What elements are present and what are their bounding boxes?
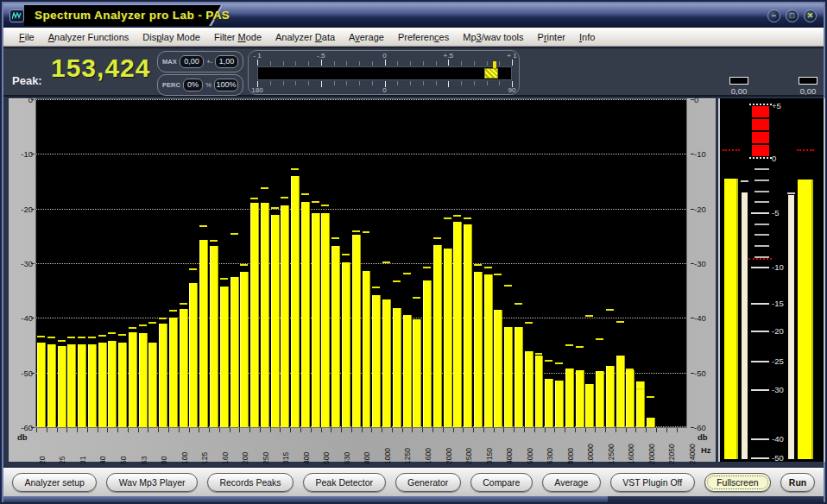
menu-item-display-mode[interactable]: Display Mode [136, 32, 207, 42]
spectrum-bar [291, 99, 300, 427]
frequency-label: 8000 [566, 435, 575, 464]
vu-minor-tick [754, 224, 769, 225]
menu-label-post: erage [360, 32, 384, 42]
maximize-button[interactable]: □ [786, 9, 799, 22]
balance-slider-track[interactable] [257, 66, 512, 80]
slider-tick-top [461, 61, 462, 66]
db-axis-tick [691, 263, 694, 264]
frequency-label: 50 [119, 435, 128, 464]
frequency-label: 63 [140, 435, 148, 464]
spectrum-bar-fill [616, 356, 625, 427]
menu-item-preferences[interactable]: Preferences [391, 32, 456, 42]
peak-panel: Peak: 153,424 MAX 0,00 +- 1,00 PERC 0% %… [3, 47, 824, 97]
peak-hold-dash [403, 273, 411, 274]
peak-hold-dash [250, 198, 258, 199]
spectrum-bar [565, 99, 574, 427]
slider-top-label: - 1 [253, 52, 261, 60]
records-peaks-button[interactable]: Records Peaks [207, 473, 294, 492]
slider-bottom-label: 90 [508, 86, 516, 94]
spectrum-bar-fill [88, 344, 97, 427]
spectrum-bar-fill [169, 318, 178, 427]
db-axis-tick [691, 209, 694, 210]
balance-slider-handle[interactable] [484, 68, 498, 79]
compare-button[interactable]: Compare [470, 473, 533, 492]
spectrum-bar [626, 99, 634, 427]
vu-scale-dash [751, 331, 769, 332]
title-bar[interactable]: Spectrum Analyzer pro Lab - PAS −□✕ [3, 3, 824, 28]
window-footer [3, 496, 824, 504]
close-button[interactable]: ✕ [804, 9, 817, 22]
frequency-label: 1250 [403, 435, 412, 464]
peak-hold-dash [301, 193, 309, 195]
spectrum-bar [636, 99, 645, 427]
spectrum-bar [504, 99, 513, 427]
peak-hold-dash [494, 274, 502, 275]
spectrum-bar [444, 99, 452, 427]
menu-bar: FileAnalyzer FunctionsDisplay ModeFilter… [3, 28, 824, 47]
spectrum-bar [159, 99, 167, 427]
peak-hold-dash [393, 280, 401, 282]
app-icon [9, 9, 24, 22]
peak-hold-dash [474, 264, 482, 266]
menu-item-average[interactable]: Average [342, 32, 391, 42]
spectrum-bar [118, 99, 127, 427]
main-area: 00-10-10-20-20-30-30-40-40-50-50-60-60db… [3, 97, 824, 468]
spectrum-bar [423, 99, 432, 427]
balance-slider-group: - 1-.50+.5+ 1180090 [248, 50, 520, 95]
analyzer-setup-button[interactable]: Analyzer setup [12, 473, 97, 492]
slider-tick-bottom [423, 81, 424, 85]
max-from-field[interactable]: 0,00 [180, 55, 205, 68]
db-axis-label: 0 [694, 95, 717, 104]
perc-from-field[interactable]: 0% [183, 79, 203, 91]
spectrum-bar-fill [474, 272, 483, 427]
menu-item-info[interactable]: Info [572, 32, 602, 42]
vst-plugin-off-button[interactable]: VST Plugin Off [610, 473, 695, 492]
db-axis-tick [31, 373, 35, 374]
frequency-label: 4000 [505, 435, 514, 464]
peak-hold-dash [129, 327, 136, 329]
spectrum-bar-fill [626, 370, 634, 427]
frequency-label: 800 [363, 435, 371, 464]
average-button[interactable]: Average [542, 473, 601, 492]
left-level-value: 0,00 [722, 86, 756, 96]
peak-hold-dash [444, 217, 451, 219]
run-button[interactable]: Run [780, 473, 815, 492]
vu-right-marker [787, 192, 795, 194]
menu-item-analyzer-functions[interactable]: Analyzer Functions [41, 32, 136, 42]
db-axis-tick [691, 99, 694, 100]
menu-item-filter-mode[interactable]: Filter Mode [207, 32, 268, 42]
minimize-button[interactable]: − [767, 9, 780, 22]
peak-detector-button[interactable]: Peak Detector [303, 473, 385, 492]
slider-bottom-label: 180 [251, 86, 262, 94]
menu-item-analyzer-data[interactable]: Analyzer Data [268, 32, 342, 42]
fullscreen-button[interactable]: Fullscreen [704, 473, 771, 492]
menu-item-file[interactable]: File [12, 32, 41, 42]
frequency-label: 20000 [647, 435, 656, 464]
resize-corner[interactable] [608, 496, 824, 504]
spectrum-bar-fill [78, 344, 86, 427]
frequency-label: 22050 [667, 435, 676, 464]
spectrum-bar [321, 99, 330, 427]
spectrum-bar [433, 99, 442, 427]
peak-hold-dash [352, 230, 360, 232]
spectrum-bar-fill [372, 295, 381, 427]
spectrum-bar [657, 99, 666, 427]
spectrum-bar-fill [180, 309, 188, 427]
wav-mp3-player-button[interactable]: Wav Mp3 Player [106, 473, 198, 492]
db-axis-tick [31, 318, 35, 318]
perc-to-field[interactable]: 100% [214, 79, 238, 91]
vu-scale-dash [751, 438, 769, 440]
max-to-field[interactable]: 1,00 [215, 55, 238, 68]
spectrum-bar [596, 99, 604, 427]
db-axis-label: -20 [694, 205, 717, 214]
spectrum-bar-fill [139, 333, 148, 427]
menu-label-accel: D [315, 32, 322, 42]
menu-item-printer[interactable]: Printer [531, 32, 572, 42]
spectrum-bar [363, 99, 371, 427]
peak-hold-dash [413, 297, 420, 299]
menu-item-mp3-wav-tools[interactable]: Mp3/wav tools [456, 32, 530, 42]
spectrum-bar [301, 99, 310, 427]
generator-button[interactable]: Generator [395, 473, 461, 492]
frequency-label: 125 [200, 435, 209, 464]
peak-hold-dash [576, 346, 584, 348]
